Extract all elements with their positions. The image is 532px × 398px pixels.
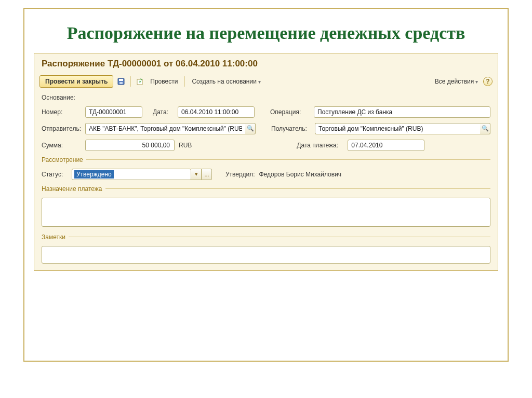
help-icon[interactable]: ? bbox=[483, 77, 493, 86]
data-input[interactable] bbox=[178, 106, 255, 118]
all-actions-dropdown[interactable]: Все действия bbox=[433, 77, 480, 86]
status-input[interactable]: Утверждено bbox=[72, 169, 191, 180]
label-utverdil: Утвердил: bbox=[225, 171, 255, 178]
search-icon[interactable]: 🔍 bbox=[245, 123, 256, 134]
save-icon[interactable] bbox=[116, 77, 126, 86]
dropdown-icon[interactable]: ▾ bbox=[191, 169, 202, 180]
label-poluchatel: Получатель: bbox=[271, 125, 311, 132]
toolbar: Провести и закрыть Провести Создать на о… bbox=[34, 73, 498, 92]
search-icon[interactable]: 🔍 bbox=[480, 123, 490, 134]
summa-input[interactable] bbox=[85, 140, 175, 151]
otpravitel-input-group: 🔍 bbox=[85, 123, 256, 134]
nomer-input[interactable] bbox=[85, 106, 142, 118]
group-zametki-label: Заметки bbox=[42, 234, 65, 241]
label-operatsiya: Операция: bbox=[270, 108, 310, 116]
naznachenie-textarea[interactable] bbox=[42, 198, 490, 227]
post-button[interactable]: Провести bbox=[148, 77, 180, 86]
toolbar-separator bbox=[130, 76, 131, 87]
utverdil-value: Федоров Борис Михайлович bbox=[259, 171, 341, 178]
label-data: Дата: bbox=[153, 108, 174, 116]
label-status: Статус: bbox=[42, 171, 68, 178]
svg-rect-2 bbox=[119, 82, 123, 84]
status-value: Утверждено bbox=[74, 170, 114, 179]
form-body: Основание: Номер: Дата: Операция: Отправ… bbox=[34, 92, 498, 270]
app-window: Распоряжение ТД-00000001 от 06.04.2010 1… bbox=[34, 53, 498, 271]
ellipsis-icon[interactable]: ... bbox=[202, 169, 212, 180]
label-summa: Сумма: bbox=[42, 142, 81, 149]
poluchatel-input[interactable] bbox=[315, 123, 480, 134]
poluchatel-input-group: 🔍 bbox=[315, 123, 490, 134]
label-otpravitel: Отправитель: bbox=[42, 125, 81, 132]
create-based-on-dropdown[interactable]: Создать на основании bbox=[190, 77, 262, 86]
group-rassmotrenie-label: Рассмотрение bbox=[42, 156, 83, 163]
post-and-close-button[interactable]: Провести и закрыть bbox=[39, 75, 113, 88]
operatsiya-input[interactable] bbox=[314, 106, 490, 118]
svg-rect-1 bbox=[119, 79, 123, 81]
status-input-group: Утверждено ▾ ... bbox=[72, 169, 212, 180]
group-naznachenie: Назначение платежа bbox=[42, 185, 490, 193]
label-data-platezha: Дата платежа: bbox=[297, 142, 343, 149]
toolbar-separator bbox=[184, 76, 185, 87]
zametki-textarea[interactable] bbox=[42, 246, 490, 264]
document-title: Распоряжение ТД-00000001 от 06.04.2010 1… bbox=[34, 53, 498, 73]
slide-frame: Распоряжение на перемещение денежных сре… bbox=[23, 8, 509, 362]
group-naznachenie-label: Назначение платежа bbox=[42, 185, 102, 193]
label-nomer: Номер: bbox=[42, 108, 81, 116]
currency-label: RUB bbox=[179, 142, 192, 149]
group-zametki: Заметки bbox=[42, 234, 490, 241]
group-rassmotrenie: Рассмотрение bbox=[42, 156, 490, 163]
label-osnovanie: Основание: bbox=[42, 94, 81, 101]
data-platezha-input[interactable] bbox=[348, 140, 424, 151]
post-icon[interactable] bbox=[136, 77, 145, 86]
otpravitel-input[interactable] bbox=[85, 123, 245, 134]
slide-title: Распоряжение на перемещение денежных сре… bbox=[24, 9, 508, 53]
